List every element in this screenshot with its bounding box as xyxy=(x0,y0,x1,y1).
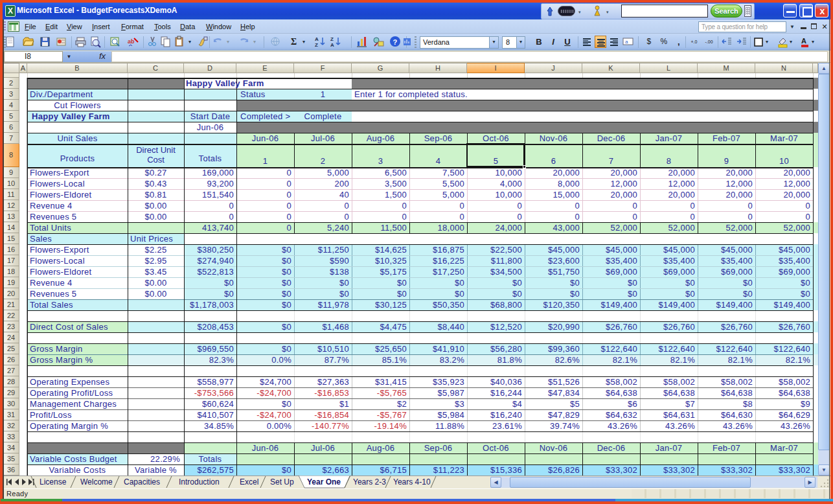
svg-text:Years 2-3: Years 2-3 xyxy=(353,477,386,487)
svg-text:Z: Z xyxy=(315,42,318,48)
svg-text:A: A xyxy=(801,37,806,45)
svg-text:a: a xyxy=(625,39,628,45)
svg-text:ab: ab xyxy=(128,38,135,45)
svg-text:Year One: Year One xyxy=(307,477,341,487)
svg-text:Capacities: Capacities xyxy=(124,477,160,487)
svg-text:Introduction: Introduction xyxy=(179,477,220,487)
svg-text:License: License xyxy=(40,477,67,487)
svg-text:A: A xyxy=(330,42,334,48)
svg-text:A: A xyxy=(315,36,319,42)
svg-text:Set Up: Set Up xyxy=(270,477,294,487)
svg-text:Z: Z xyxy=(330,36,334,42)
svg-text:Welcome: Welcome xyxy=(80,477,113,487)
svg-text:Σ: Σ xyxy=(291,37,297,47)
svg-text:Years 4-10: Years 4-10 xyxy=(393,477,431,487)
svg-text:?: ? xyxy=(393,38,398,46)
svg-text:Excel: Excel xyxy=(240,477,258,487)
